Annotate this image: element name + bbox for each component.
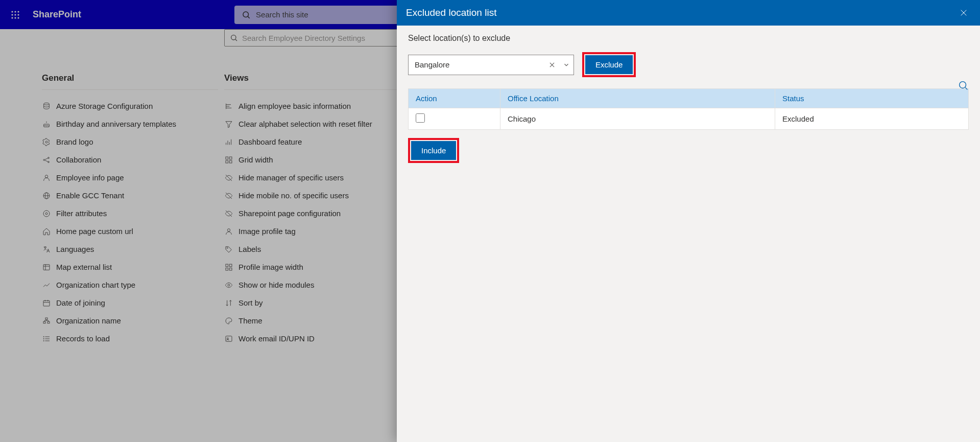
item-label: Organization name <box>56 316 121 325</box>
svg-rect-59 <box>226 160 228 163</box>
item-label: Hide manager of specific users <box>238 173 344 182</box>
item-org-chart[interactable]: Organization chart type <box>42 276 218 294</box>
calendar-icon <box>42 299 51 307</box>
item-records-load[interactable]: Records to load <box>42 330 218 347</box>
sort-icon <box>224 299 233 307</box>
item-brand-logo[interactable]: Brand logo <box>42 133 218 151</box>
app-launcher-icon[interactable] <box>6 6 25 24</box>
svg-point-6 <box>11 17 13 18</box>
col-status[interactable]: Status <box>775 89 969 108</box>
svg-rect-36 <box>43 321 45 323</box>
svg-point-11 <box>231 35 236 40</box>
row-status: Excluded <box>775 108 969 130</box>
records-icon <box>42 335 51 343</box>
item-work-email[interactable]: Work email ID/UPN ID <box>224 330 400 347</box>
contact-icon <box>42 174 51 182</box>
item-sp-page-config[interactable]: Sharepoint page configuration <box>224 204 400 222</box>
svg-rect-37 <box>47 321 50 323</box>
svg-point-19 <box>48 161 50 162</box>
item-date-joining[interactable]: Date of joining <box>42 294 218 312</box>
item-label: Dashboard feature <box>238 137 302 146</box>
eye-off-icon <box>224 210 233 218</box>
cake-icon <box>42 120 51 128</box>
svg-point-27 <box>43 211 50 217</box>
search-icon <box>242 10 251 19</box>
column-views-title: Views <box>224 67 400 90</box>
item-show-hide-modules[interactable]: Show or hide modules <box>224 276 400 294</box>
svg-point-3 <box>11 14 13 15</box>
highlight-exclude: Exclude <box>582 52 636 77</box>
item-label: Align employee basic information <box>238 102 351 110</box>
item-label: Records to load <box>56 334 110 343</box>
item-map-external[interactable]: Map external list <box>42 258 218 276</box>
item-gcc-tenant[interactable]: Enable GCC Tenant <box>42 187 218 204</box>
svg-point-18 <box>48 157 50 158</box>
item-label: Azure Storage Configuration <box>56 102 153 110</box>
item-org-name[interactable]: Organization name <box>42 312 218 330</box>
chevron-down-icon[interactable] <box>559 61 573 68</box>
item-profile-image-width[interactable]: Profile image width <box>224 258 400 276</box>
gear-icon <box>42 138 51 146</box>
item-hide-mobile[interactable]: Hide mobile no. of specific users <box>224 187 400 204</box>
item-azure-storage[interactable]: Azure Storage Configuration <box>42 97 218 115</box>
col-action[interactable]: Action <box>409 89 500 108</box>
svg-line-78 <box>965 87 967 89</box>
item-grid-width[interactable]: Grid width <box>224 151 400 169</box>
svg-point-45 <box>43 336 44 337</box>
item-label: Home page custom url <box>56 227 133 236</box>
item-languages[interactable]: Languages <box>42 240 218 258</box>
globe-icon <box>42 192 51 200</box>
eye-off-icon <box>224 174 233 182</box>
row-checkbox[interactable] <box>416 113 425 123</box>
item-label: Clear alphabet selection with reset filt… <box>238 120 372 128</box>
brand-label[interactable]: SharePoint <box>33 9 81 20</box>
share-icon <box>42 156 51 164</box>
clear-icon[interactable] <box>545 61 559 68</box>
item-clear-alphabet[interactable]: Clear alphabet selection with reset filt… <box>224 115 400 133</box>
home-icon <box>42 227 51 236</box>
svg-point-4 <box>14 14 16 15</box>
svg-point-5 <box>17 14 19 15</box>
item-align-info[interactable]: Align employee basic information <box>224 97 400 115</box>
svg-rect-71 <box>226 336 232 341</box>
item-collaboration[interactable]: Collaboration <box>42 151 218 169</box>
item-label: Theme <box>238 316 262 325</box>
include-button[interactable]: Include <box>411 141 456 160</box>
svg-point-64 <box>227 228 230 231</box>
filter-icon <box>224 120 233 128</box>
item-label: Grid width <box>238 155 273 164</box>
item-label: Hide mobile no. of specific users <box>238 191 349 200</box>
excluded-locations-table: Action Office Location Status Chicago Ex… <box>408 88 969 130</box>
svg-line-20 <box>45 158 48 159</box>
align-icon <box>224 102 233 110</box>
svg-point-9 <box>243 12 249 17</box>
svg-rect-57 <box>226 157 228 159</box>
column-views: Views Align employee basic information C… <box>224 67 400 347</box>
item-hide-manager[interactable]: Hide manager of specific users <box>224 169 400 187</box>
item-sort-by[interactable]: Sort by <box>224 294 400 312</box>
item-label: Map external list <box>56 263 112 271</box>
excluded-location-panel: Excluded location list Select location(s… <box>397 0 980 442</box>
item-dashboard[interactable]: Dashboard feature <box>224 133 400 151</box>
database-icon <box>42 102 51 110</box>
close-icon[interactable] <box>957 6 971 20</box>
svg-point-7 <box>14 17 16 18</box>
column-general: General Azure Storage Configuration Birt… <box>42 67 218 347</box>
svg-rect-28 <box>43 264 50 270</box>
exclude-button[interactable]: Exclude <box>585 55 633 74</box>
search-icon <box>230 34 238 42</box>
chart-icon <box>42 281 51 289</box>
item-home-url[interactable]: Home page custom url <box>42 222 218 240</box>
item-theme[interactable]: Theme <box>224 312 400 330</box>
item-label: Work email ID/UPN ID <box>238 334 315 343</box>
panel-search-icon[interactable] <box>958 80 969 91</box>
tag-icon <box>224 245 233 253</box>
svg-rect-35 <box>45 318 47 319</box>
item-employee-info[interactable]: Employee info page <box>42 169 218 187</box>
item-image-profile-tag[interactable]: Image profile tag <box>224 222 400 240</box>
item-birthday-templates[interactable]: Birthday and anniversary templates <box>42 115 218 133</box>
item-labels[interactable]: Labels <box>224 240 400 258</box>
location-combobox[interactable]: Bangalore <box>408 55 574 75</box>
col-location[interactable]: Office Location <box>500 89 775 108</box>
item-filter-attributes[interactable]: Filter attributes <box>42 204 218 222</box>
